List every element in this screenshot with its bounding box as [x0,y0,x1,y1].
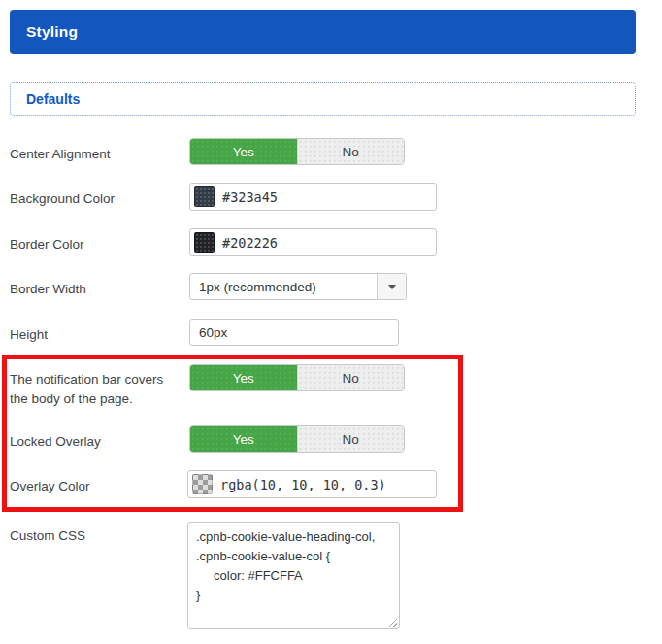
border-color-label: Border Color [10,235,84,254]
overlay-color-transparency-swatch[interactable] [192,474,213,494]
center-alignment-toggle: Yes No [189,138,405,165]
overlay-color-input[interactable]: rgba(10, 10, 10, 0.3) [187,470,437,498]
section-title: Styling [26,23,78,41]
border-width-dropdown-button[interactable] [377,274,406,299]
height-input[interactable] [189,319,399,346]
border-width-label: Border Width [10,280,86,299]
covers-body-label: The notification bar covers the body of … [10,370,177,409]
border-width-select[interactable]: 1px (recommended) [189,273,407,300]
height-label: Height [10,325,48,345]
overlay-color-label: Overlay Color [10,477,90,496]
tab-defaults[interactable]: Defaults [10,82,636,116]
covers-body-toggle: Yes No [189,364,405,391]
overlay-color-value: rgba(10, 10, 10, 0.3) [220,477,386,492]
border-color-swatch[interactable] [194,232,215,253]
locked-overlay-label: Locked Overlay [10,432,101,452]
background-color-input[interactable]: #323a45 [189,183,437,211]
custom-css-textarea[interactable]: .cpnb-cookie-value-heading-col, .cpnb-co… [187,522,400,629]
covers-body-no-button[interactable]: No [297,365,405,390]
custom-css-field: .cpnb-cookie-value-heading-col, .cpnb-co… [187,522,400,629]
background-color-swatch[interactable] [194,186,215,207]
custom-css-label: Custom CSS [10,526,85,546]
tab-defaults-label: Defaults [26,91,80,107]
covers-body-yes-button[interactable]: Yes [190,365,297,390]
border-width-selected-value: 1px (recommended) [190,280,377,294]
border-color-value: #202226 [222,235,278,251]
center-alignment-yes-button[interactable]: Yes [190,139,297,164]
locked-overlay-yes-button[interactable]: Yes [190,426,297,452]
center-alignment-label: Center Alignment [10,145,111,164]
border-color-input[interactable]: #202226 [189,228,437,256]
locked-overlay-no-button[interactable]: No [297,426,405,452]
caret-down-icon [388,285,396,289]
styling-section-header[interactable]: Styling [10,10,636,54]
background-color-label: Background Color [10,189,115,209]
background-color-value: #323a45 [222,189,278,205]
center-alignment-no-button[interactable]: No [297,139,405,164]
locked-overlay-toggle: Yes No [189,425,405,453]
